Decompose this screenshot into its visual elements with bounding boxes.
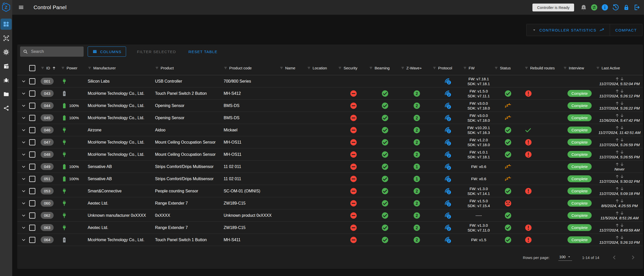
previous-page-button[interactable] bbox=[610, 254, 618, 261]
sidebar-item-scenes[interactable] bbox=[1, 60, 12, 72]
row-checkbox[interactable] bbox=[29, 176, 35, 182]
check-circle-icon bbox=[381, 187, 389, 195]
row-expand-button[interactable] bbox=[19, 225, 28, 231]
sidebar-item-network-graph[interactable] bbox=[1, 102, 12, 114]
rows-per-page-select[interactable]: 100 bbox=[558, 254, 572, 261]
sidebar-item-store[interactable] bbox=[1, 88, 12, 100]
row-expand-button[interactable] bbox=[19, 200, 28, 206]
bug-icon bbox=[3, 77, 9, 83]
filter-icon[interactable] bbox=[307, 66, 311, 70]
search-input[interactable] bbox=[30, 49, 79, 54]
filter-icon[interactable] bbox=[401, 66, 405, 70]
row-checkbox[interactable] bbox=[29, 90, 35, 97]
filter-icon[interactable] bbox=[338, 66, 342, 70]
column-header-product_code[interactable]: Product code bbox=[224, 66, 280, 70]
last-active-cell: Never bbox=[596, 162, 643, 172]
filter-icon[interactable] bbox=[155, 66, 159, 70]
row-checkbox[interactable] bbox=[29, 237, 35, 243]
next-page-button[interactable] bbox=[629, 254, 637, 261]
row-expand-button[interactable] bbox=[19, 115, 28, 121]
row-checkbox[interactable] bbox=[29, 188, 35, 194]
status-cell bbox=[494, 126, 522, 134]
filter-icon[interactable] bbox=[596, 66, 600, 70]
row-expand-button[interactable] bbox=[19, 212, 28, 219]
filter-icon[interactable] bbox=[224, 66, 227, 70]
reset-table-button[interactable]: RESET TABLE bbox=[187, 49, 219, 54]
rebuild-routes-done-icon bbox=[525, 127, 532, 134]
column-header-interview[interactable]: Interview bbox=[563, 66, 596, 70]
column-header-location[interactable]: Location bbox=[307, 66, 338, 70]
filter-icon[interactable] bbox=[433, 66, 436, 70]
filter-icon[interactable] bbox=[369, 66, 373, 70]
filter-icon[interactable] bbox=[463, 66, 467, 70]
row-expand-button[interactable] bbox=[19, 78, 28, 84]
filter-icon[interactable] bbox=[41, 66, 44, 70]
select-all-checkbox[interactable] bbox=[29, 65, 35, 71]
column-header-zwave_plus[interactable]: Z-Wave+ bbox=[401, 66, 433, 70]
compact-button[interactable]: COMPACT bbox=[610, 24, 642, 36]
product-code-cell: ZW189-C15 bbox=[224, 225, 280, 230]
row-expand-button[interactable] bbox=[19, 237, 28, 243]
row-expand-button[interactable] bbox=[19, 103, 28, 109]
manufacturer-cell: Smart&Connective bbox=[88, 189, 155, 193]
lock-button[interactable] bbox=[622, 4, 630, 11]
row-checkbox[interactable] bbox=[29, 103, 35, 109]
column-header-beaming[interactable]: Beaming bbox=[369, 66, 401, 70]
column-header-fw[interactable]: FW bbox=[463, 66, 494, 70]
row-checkbox[interactable] bbox=[29, 151, 35, 158]
row-checkbox[interactable] bbox=[29, 225, 35, 231]
row-expand-button[interactable] bbox=[19, 176, 28, 182]
history-button[interactable] bbox=[612, 4, 619, 11]
row-expand-button[interactable] bbox=[19, 164, 28, 170]
row-checkbox[interactable] bbox=[29, 115, 35, 121]
column-header-name[interactable]: Name bbox=[280, 66, 307, 70]
filter-icon[interactable] bbox=[280, 66, 283, 70]
row-checkbox[interactable] bbox=[29, 139, 35, 145]
traffic-arrows bbox=[615, 76, 624, 81]
row-checkbox[interactable] bbox=[29, 78, 35, 84]
column-header-power[interactable]: Power bbox=[61, 66, 88, 70]
column-header-select[interactable] bbox=[28, 65, 41, 71]
column-header-protocol[interactable]: Protocol bbox=[433, 66, 463, 70]
filter-icon[interactable] bbox=[525, 66, 528, 70]
row-checkbox[interactable] bbox=[29, 200, 35, 206]
row-expand-button[interactable] bbox=[19, 90, 28, 97]
sort-ascending-icon bbox=[52, 66, 56, 70]
filter-icon[interactable] bbox=[88, 66, 91, 70]
column-header-rebuild[interactable]: Rebuild routes bbox=[522, 66, 563, 70]
row-checkbox[interactable] bbox=[29, 164, 35, 170]
column-header-last_active[interactable]: Last Active bbox=[596, 66, 643, 70]
menu-hamburger-button[interactable] bbox=[17, 4, 25, 11]
status-asleep-icon: zzZ bbox=[505, 164, 511, 169]
row-select-cell bbox=[28, 139, 41, 145]
row-expand-button[interactable] bbox=[19, 151, 28, 158]
sidebar-item-smart-start[interactable] bbox=[1, 33, 12, 44]
column-header-product[interactable]: Product bbox=[155, 66, 224, 70]
logout-button[interactable] bbox=[633, 4, 641, 11]
filter-icon[interactable] bbox=[563, 66, 567, 70]
sidebar-item-settings[interactable] bbox=[1, 47, 12, 58]
filter-icon[interactable] bbox=[494, 66, 498, 70]
controller-statistics-button[interactable]: CONTROLLER STATISTICS bbox=[527, 24, 610, 36]
sidebar-item-control-panel[interactable] bbox=[1, 19, 12, 30]
power-cell: 100% bbox=[61, 176, 88, 182]
columns-button[interactable]: COLUMNS bbox=[88, 47, 126, 57]
sidebar-item-debug[interactable] bbox=[1, 74, 12, 86]
info-button[interactable] bbox=[601, 4, 609, 11]
column-header-id[interactable]: ID bbox=[41, 66, 61, 70]
row-checkbox[interactable] bbox=[29, 127, 35, 133]
connection-status-button[interactable] bbox=[590, 4, 598, 11]
filter-selected-button[interactable]: FILTER SELECTED bbox=[135, 49, 177, 54]
row-expand-button[interactable] bbox=[19, 127, 28, 133]
row-expand-button[interactable] bbox=[19, 139, 28, 145]
notifications-button[interactable]: z bbox=[580, 4, 587, 11]
column-header-security[interactable]: Security bbox=[338, 66, 369, 70]
interview-status-badge: Complete bbox=[568, 212, 591, 219]
column-header-status[interactable]: Status bbox=[494, 66, 522, 70]
column-header-manufacturer[interactable]: Manufacturer bbox=[88, 66, 155, 70]
interview-cell: Complete bbox=[563, 102, 596, 109]
row-checkbox[interactable] bbox=[29, 212, 35, 219]
pagination-range: 1-14 of 14 bbox=[582, 255, 599, 260]
row-expand-button[interactable] bbox=[19, 188, 28, 194]
filter-icon[interactable] bbox=[61, 66, 65, 70]
